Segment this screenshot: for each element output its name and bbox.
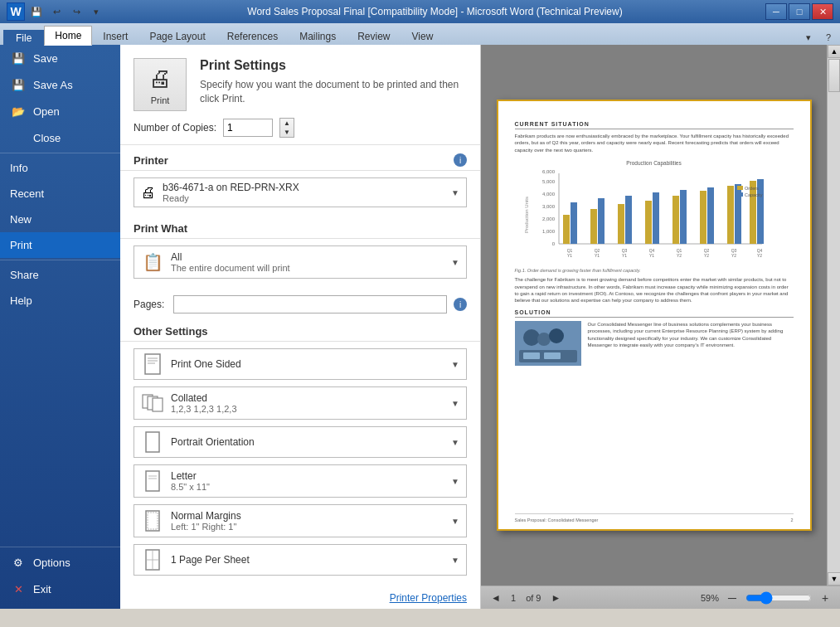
print-sided-content: Print One Sided [171, 358, 444, 370]
sidebar-divider-2 [0, 260, 120, 260]
total-pages: of 9 [526, 593, 541, 603]
scroll-thumb[interactable] [828, 59, 840, 92]
sidebar-item-print[interactable]: Print [0, 232, 120, 258]
print-what-arrow: ▼ [451, 258, 459, 267]
paper-size-label: Letter [171, 470, 444, 482]
tab-mailings[interactable]: Mailings [289, 27, 347, 46]
minimize-button[interactable]: ─ [765, 3, 787, 20]
printer-section-title: Printer [134, 154, 168, 167]
quick-redo-btn[interactable]: ↪ [68, 4, 85, 19]
margins-arrow: ▼ [451, 517, 459, 526]
pages-info-icon[interactable]: i [454, 298, 467, 311]
status-bar: ◄ 1 of 9 ► 59% ─ + [481, 586, 840, 609]
prev-page-btn[interactable]: ◄ [488, 590, 504, 606]
quick-save-btn[interactable]: 💾 [28, 4, 45, 19]
sidebar-divider-1 [0, 153, 120, 153]
other-settings-header: Other Settings [120, 317, 480, 342]
tab-review[interactable]: Review [347, 27, 401, 46]
help-btn[interactable]: ? [820, 30, 837, 45]
svg-text:Y1: Y1 [566, 253, 571, 258]
sidebar-item-options[interactable]: ⚙ Options [0, 549, 120, 576]
next-page-btn[interactable]: ► [547, 590, 564, 606]
printer-properties-link[interactable]: Printer Properties [120, 589, 480, 609]
copies-spinner[interactable]: ▲ ▼ [279, 118, 294, 138]
print-what-section-header: Print What [120, 214, 480, 239]
sidebar-item-saveas[interactable]: 💾 Save As [0, 71, 120, 98]
ribbon-collapse-btn[interactable]: ▾ [800, 30, 817, 45]
sidebar-item-close[interactable]: Close [0, 124, 120, 151]
tab-home[interactable]: Home [44, 26, 92, 46]
sidebar-divider-3 [0, 547, 120, 547]
spin-down-btn[interactable]: ▼ [280, 128, 294, 137]
sidebar-item-save[interactable]: 💾 Save [0, 45, 120, 71]
orientation-label: Portrait Orientation [171, 436, 444, 448]
quick-undo-btn[interactable]: ↩ [48, 4, 65, 19]
scroll-down-btn[interactable]: ▼ [828, 572, 840, 586]
tab-insert[interactable]: Insert [92, 27, 138, 46]
sidebar-item-share[interactable]: Share [0, 262, 120, 288]
svg-text:Production Units: Production Units [524, 197, 529, 233]
preview-area: CURRENT SITUATION Fabrikam products are … [481, 45, 840, 586]
paper-size-arrow: ▼ [451, 477, 459, 486]
scroll-up-btn[interactable]: ▲ [828, 45, 840, 58]
svg-text:Y2: Y2 [676, 253, 681, 258]
sidebar-item-recent[interactable]: Recent [0, 181, 120, 207]
collated-dropdown[interactable]: Collated 1,2,3 1,2,3 1,2,3 ▼ [134, 386, 467, 420]
chart-title: Production Capabilities [515, 160, 794, 166]
section2-text: The challenge for Fabrikam is to meet gr… [515, 276, 794, 304]
print-settings-desc: Specify how you want the document to be … [200, 78, 467, 106]
sidebar-item-info[interactable]: Info [0, 155, 120, 181]
zoom-out-btn[interactable]: ─ [724, 590, 740, 606]
svg-rect-35 [680, 190, 687, 244]
svg-rect-7 [146, 432, 159, 452]
printer-dropdown[interactable]: 🖨 b36-4671-a on RED-PRN-XRX Ready ▼ [134, 177, 467, 207]
orientation-content: Portrait Orientation [171, 436, 444, 448]
orientation-dropdown[interactable]: Portrait Orientation ▼ [134, 426, 467, 458]
pages-per-sheet-icon [141, 550, 164, 570]
tab-page-layout[interactable]: Page Layout [138, 27, 216, 46]
svg-rect-8 [146, 471, 159, 491]
svg-text:Y1: Y1 [594, 253, 599, 258]
print-panel: 🖨 Print Print Settings Specify how you w… [120, 45, 481, 609]
svg-rect-29 [598, 198, 605, 244]
copies-input[interactable] [223, 119, 273, 137]
svg-text:0: 0 [551, 241, 555, 246]
print-what-sublabel: The entire document will print [171, 263, 444, 273]
pages-per-sheet-dropdown[interactable]: 1 Page Per Sheet ▼ [134, 544, 467, 576]
tab-view[interactable]: View [401, 27, 444, 46]
print-what-dropdown[interactable]: 📋 All The entire document will print ▼ [134, 245, 467, 279]
tab-file[interactable]: File [3, 30, 44, 46]
pages-input[interactable] [173, 295, 447, 314]
close-button[interactable]: ✕ [812, 3, 833, 20]
sidebar: 💾 Save 💾 Save As 📂 Open Close Info Recen… [0, 45, 120, 609]
scroll-track [828, 58, 840, 572]
print-button[interactable]: 🖨 Print [134, 58, 187, 111]
print-button-area: 🖨 Print [134, 58, 187, 111]
sidebar-item-exit[interactable]: ✕ Exit [0, 576, 120, 602]
zoom-in-btn[interactable]: + [817, 590, 833, 606]
svg-rect-34 [672, 196, 679, 244]
spin-up-btn[interactable]: ▲ [280, 119, 294, 128]
print-sided-dropdown[interactable]: Print One Sided ▼ [134, 348, 467, 380]
printer-info-icon[interactable]: i [454, 153, 467, 167]
restore-button[interactable]: □ [789, 3, 810, 20]
zoom-slider[interactable] [745, 592, 812, 604]
page-thumbnail: CURRENT SITUATION Fabrikam products are … [497, 100, 812, 531]
print-what-icon: 📋 [141, 252, 164, 272]
print-sided-icon [141, 354, 164, 374]
svg-text:4,000: 4,000 [541, 192, 555, 197]
sidebar-item-help[interactable]: Help [0, 288, 120, 314]
tab-references[interactable]: References [216, 27, 289, 46]
sidebar-item-new[interactable]: New [0, 207, 120, 232]
paper-size-dropdown[interactable]: Letter 8.5" x 11" ▼ [134, 464, 467, 498]
margins-icon [141, 511, 164, 531]
document-preview: ▲ ▼ CURRENT SITUATION Fabrikam products … [481, 45, 840, 609]
margins-dropdown[interactable]: Normal Margins Left: 1" Right: 1" ▼ [134, 504, 467, 537]
section2-title: SOLUTION [515, 309, 794, 318]
print-what-dd-content: All The entire document will print [171, 251, 444, 273]
zoom-controls: 59% ─ + [701, 590, 833, 606]
exit-icon: ✕ [10, 582, 27, 595]
margins-content: Normal Margins Left: 1" Right: 1" [171, 510, 444, 532]
sidebar-item-open[interactable]: 📂 Open [0, 98, 120, 124]
qat-dropdown[interactable]: ▾ [88, 4, 104, 19]
